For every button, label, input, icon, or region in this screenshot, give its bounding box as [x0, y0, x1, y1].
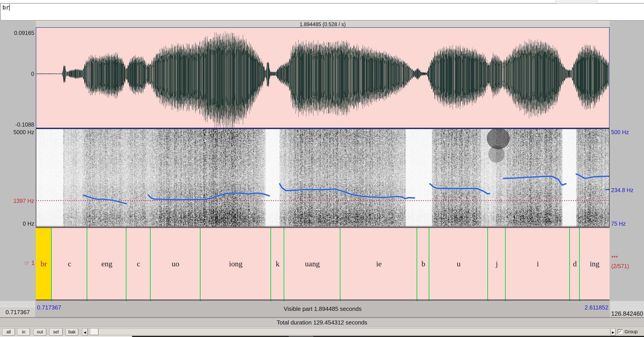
- praat-textgrid-editor: br 1.894485 (0.528 / s) 0.09165 0 -0.108…: [0, 0, 644, 337]
- top-strip: [0, 0, 644, 3]
- tier-interval-label: c: [68, 260, 71, 268]
- tier-interval-j[interactable]: j: [488, 228, 506, 300]
- tier-interval-d[interactable]: d: [570, 228, 580, 300]
- group-label: Group: [624, 329, 638, 334]
- tier-interval-label: uo: [172, 260, 179, 268]
- tier-interval-k[interactable]: k: [271, 228, 284, 300]
- waveform-canvas[interactable]: [36, 27, 610, 129]
- hand-icon: ☞: [24, 260, 30, 266]
- bottom-sliver-mid: [289, 336, 314, 337]
- tier-interval-b[interactable]: b: [417, 228, 429, 300]
- visible-part-bar[interactable]: 0.717367 Visible part 1.894485 seconds 2…: [36, 301, 610, 317]
- zoom-sel-button[interactable]: sel: [49, 328, 63, 336]
- zoom-in-button[interactable]: in: [17, 328, 30, 336]
- pitch-min-label: 75 Hz: [611, 221, 626, 227]
- waveform-max-label: 0.09165: [14, 30, 34, 36]
- pitch-max-label: 500 Hz: [611, 129, 629, 135]
- selection-start-button[interactable]: 0.717367: [0, 307, 36, 317]
- spectrogram-freq-min-label: 0 Hz: [23, 221, 34, 227]
- selection-start-value: 0.717367: [6, 309, 30, 316]
- window-end-time: 2.611852: [584, 304, 608, 311]
- zoom-bak-button[interactable]: bak: [66, 328, 78, 336]
- interval-text-field[interactable]: br: [0, 3, 644, 20]
- tier-interval-label: j: [496, 260, 498, 268]
- visible-part-label: Visible part 1.894485 seconds: [36, 306, 610, 313]
- tier-status-count: (2/571): [611, 263, 629, 270]
- tier-interval-c[interactable]: c: [126, 228, 151, 300]
- tier-status-star: ***: [611, 255, 618, 261]
- left-arrow-icon: ◀: [84, 331, 86, 334]
- tier-interval-label: eng: [102, 260, 112, 268]
- tier-interval-label: ing: [590, 260, 600, 268]
- scroll-right-button[interactable]: ▶: [610, 328, 616, 336]
- tier-number: 1: [31, 260, 35, 266]
- bottom-sliver-light: [0, 336, 132, 337]
- tier-interval-label: ie: [376, 260, 382, 268]
- tier-interval-label: c: [137, 260, 140, 268]
- tier-interval-label: br: [40, 260, 47, 268]
- right-arrow-icon: ▶: [612, 331, 614, 334]
- check-icon: ✓: [618, 330, 622, 334]
- waveform-min-label: -0.1088: [15, 121, 34, 128]
- tier-interval-br[interactable]: br: [36, 228, 52, 300]
- zoom-all-button[interactable]: all: [2, 328, 15, 336]
- tier-interval-eng[interactable]: eng: [87, 228, 126, 300]
- tier-interval-label: k: [276, 260, 280, 268]
- tier-interval-label: u: [457, 260, 460, 268]
- tier-interval-ie[interactable]: ie: [340, 228, 417, 300]
- tier-interval-label: uang: [305, 260, 320, 268]
- total-duration-bar[interactable]: Total duration 129.454312 seconds: [0, 318, 644, 327]
- textgrid-tier: brcengcuoiongkuangiebujiding: [36, 227, 610, 300]
- right-margin-top: [610, 301, 644, 310]
- tier-interval-i[interactable]: i: [506, 228, 570, 300]
- tier-interval-u[interactable]: u: [429, 228, 488, 300]
- zoom-buttons: allinoutselbak: [0, 328, 80, 336]
- tier-number-label[interactable]: ☞ 1: [14, 259, 35, 267]
- visible-window-play-bar[interactable]: 1.894485 (0.528 / s): [36, 21, 610, 28]
- pitch-value-label: 234.8 Hz: [611, 187, 634, 193]
- interval-text-value: br: [2, 4, 9, 11]
- scroll-left-button[interactable]: ◀: [82, 328, 88, 336]
- spectrogram-freq-cursor-label: 1397 Hz: [14, 198, 34, 204]
- tier-interval-iong[interactable]: iong: [200, 228, 271, 300]
- tier-interval-c[interactable]: c: [52, 228, 87, 300]
- left-margin-top: [0, 301, 35, 307]
- remainder-duration-value: 126.842460: [611, 310, 643, 317]
- tier-interval-uo[interactable]: uo: [151, 228, 200, 300]
- waveform-zero-label: 0: [31, 71, 34, 77]
- tier-interval-label: d: [573, 260, 576, 268]
- tier-interval-label: iong: [229, 260, 242, 268]
- scrollbar-track[interactable]: [88, 328, 610, 335]
- visible-window-duration-label: 1.894485 (0.528 / s): [300, 21, 346, 27]
- spectrogram-canvas[interactable]: [36, 129, 610, 227]
- controls-row: allinoutselbak ◀ ▶ ✓ Group: [0, 327, 644, 336]
- zoom-out-button[interactable]: out: [34, 328, 46, 336]
- tier-interval-uang[interactable]: uang: [284, 228, 340, 300]
- group-checkbox[interactable]: ✓: [618, 329, 622, 334]
- tier-interval-label: b: [422, 260, 425, 268]
- tier-interval-ing[interactable]: ing: [580, 228, 610, 300]
- scrollbar-thumb[interactable]: [90, 328, 98, 335]
- spectrogram-freq-max-label: 5000 Hz: [14, 129, 34, 135]
- tier-interval-label: i: [537, 260, 539, 268]
- text-caret: [9, 4, 10, 11]
- total-duration-label: Total duration 129.454312 seconds: [277, 319, 367, 326]
- remainder-duration-button[interactable]: 126.842460: [610, 310, 644, 317]
